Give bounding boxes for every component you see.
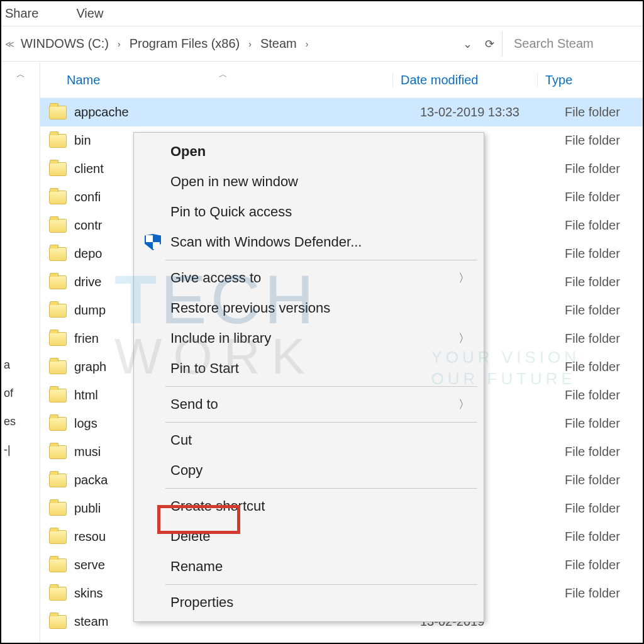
- ctx-give-access-label: Give access to: [170, 270, 261, 286]
- breadcrumb[interactable]: ≪ WINDOWS (C:) › Program Files (x86) › S…: [5, 31, 463, 57]
- ctx-give-access-to[interactable]: Give access to 〉: [135, 263, 482, 293]
- column-header-type[interactable]: Type: [537, 73, 643, 87]
- nav-item-fragment[interactable]: -|: [1, 436, 40, 464]
- file-type: File folder: [557, 558, 643, 572]
- file-type: File folder: [557, 530, 643, 544]
- defender-shield-icon: [144, 233, 162, 251]
- folder-icon: [49, 219, 67, 233]
- folder-icon: [49, 502, 67, 516]
- ribbon-tab-view[interactable]: View: [76, 6, 103, 21]
- file-type: File folder: [557, 247, 643, 261]
- file-type: File folder: [557, 105, 643, 119]
- folder-icon: [49, 106, 67, 119]
- folder-icon: [49, 587, 67, 601]
- ctx-cut[interactable]: Cut: [135, 425, 482, 455]
- file-type: File folder: [557, 218, 643, 233]
- column-header-date[interactable]: Date modified: [392, 73, 537, 87]
- ctx-separator: [165, 260, 477, 260]
- ctx-pin-start[interactable]: Pin to Start: [135, 353, 482, 384]
- folder-icon: [49, 162, 67, 176]
- search-input[interactable]: Search Steam: [502, 31, 643, 57]
- folder-icon: [49, 530, 67, 544]
- file-type: File folder: [557, 445, 643, 459]
- nav-item-fragment[interactable]: es: [1, 408, 40, 436]
- folder-icon: [49, 247, 67, 261]
- folder-icon: [49, 474, 67, 487]
- file-type: File folder: [557, 190, 643, 204]
- column-header-name[interactable]: ︿ Name: [40, 73, 392, 87]
- ctx-send-to[interactable]: Send to 〉: [135, 389, 482, 419]
- column-headers: ︿ Name Date modified Type: [40, 63, 643, 98]
- ctx-include-library[interactable]: Include in library 〉: [135, 323, 482, 353]
- folder-icon: [49, 134, 67, 148]
- chevron-right-icon: ›: [246, 39, 254, 49]
- context-menu: Open Open in new window Pin to Quick acc…: [133, 132, 484, 622]
- nav-item-fragment[interactable]: of: [1, 379, 40, 408]
- folder-icon: [49, 304, 67, 318]
- file-type: File folder: [557, 473, 643, 487]
- ctx-scan-defender-label: Scan with Windows Defender...: [170, 234, 362, 250]
- file-type: File folder: [557, 501, 643, 516]
- folder-icon: [49, 417, 67, 431]
- sort-indicator-icon: ︿: [219, 69, 228, 80]
- address-bar-controls: ⌄ ⟳: [463, 37, 502, 51]
- column-header-name-label: Name: [67, 73, 100, 87]
- ribbon-tabs: Share View: [1, 1, 643, 26]
- ribbon-tab-share[interactable]: Share: [5, 6, 38, 21]
- ctx-properties[interactable]: Properties: [135, 587, 482, 618]
- folder-icon: [49, 275, 67, 289]
- ctx-separator: [165, 386, 477, 387]
- file-type: File folder: [557, 303, 643, 318]
- file-type: File folder: [557, 416, 643, 431]
- ctx-create-shortcut[interactable]: Create shortcut: [135, 491, 482, 521]
- ctx-copy[interactable]: Copy: [135, 455, 482, 486]
- breadcrumb-part[interactable]: Steam: [260, 36, 297, 51]
- ctx-open-new-window[interactable]: Open in new window: [135, 167, 482, 197]
- ctx-include-library-label: Include in library: [170, 330, 271, 347]
- file-type: File folder: [557, 331, 643, 346]
- folder-icon: [49, 445, 67, 459]
- breadcrumb-back-icon[interactable]: ≪: [5, 39, 14, 49]
- file-type: File folder: [557, 133, 643, 148]
- ctx-send-to-label: Send to: [170, 396, 218, 413]
- nav-item-fragment[interactable]: a: [1, 351, 40, 379]
- submenu-arrow-icon: 〉: [458, 270, 470, 286]
- submenu-arrow-icon: 〉: [458, 397, 470, 412]
- navigation-pane[interactable]: ︿ a of es -|: [1, 63, 40, 644]
- ctx-separator: [165, 488, 477, 489]
- scroll-up-icon[interactable]: ︿: [1, 69, 40, 80]
- file-type: File folder: [557, 275, 643, 289]
- ctx-delete[interactable]: Delete: [135, 521, 482, 552]
- folder-icon: [49, 332, 67, 346]
- ctx-rename[interactable]: Rename: [135, 552, 482, 582]
- file-date: 13-02-2019 13:33: [413, 105, 557, 119]
- breadcrumb-part[interactable]: Program Files (x86): [130, 36, 240, 51]
- history-dropdown-icon[interactable]: ⌄: [463, 37, 472, 51]
- ctx-separator: [165, 584, 477, 585]
- table-row[interactable]: appcache13-02-2019 13:33File folder: [40, 98, 643, 126]
- chevron-right-icon: ›: [303, 39, 311, 49]
- folder-icon: [49, 191, 67, 204]
- ctx-open[interactable]: Open: [135, 136, 482, 167]
- ctx-pin-quick-access[interactable]: Pin to Quick access: [135, 197, 482, 227]
- breadcrumb-part[interactable]: WINDOWS (C:): [21, 36, 109, 51]
- file-type: File folder: [557, 162, 643, 176]
- folder-icon: [49, 615, 67, 629]
- ctx-scan-defender[interactable]: Scan with Windows Defender...: [135, 227, 482, 257]
- refresh-icon[interactable]: ⟳: [485, 37, 494, 51]
- file-type: File folder: [557, 360, 643, 374]
- file-type: File folder: [557, 388, 643, 402]
- ctx-restore-versions[interactable]: Restore previous versions: [135, 293, 482, 323]
- folder-icon: [49, 389, 67, 402]
- folder-icon: [49, 360, 67, 374]
- submenu-arrow-icon: 〉: [458, 331, 470, 346]
- ctx-separator: [165, 422, 477, 423]
- file-type: File folder: [557, 586, 643, 601]
- file-name: appcache: [74, 105, 413, 119]
- search-placeholder: Search Steam: [514, 36, 594, 51]
- address-bar-row: ≪ WINDOWS (C:) › Program Files (x86) › S…: [1, 26, 643, 62]
- folder-icon: [49, 558, 67, 572]
- chevron-right-icon: ›: [115, 39, 123, 49]
